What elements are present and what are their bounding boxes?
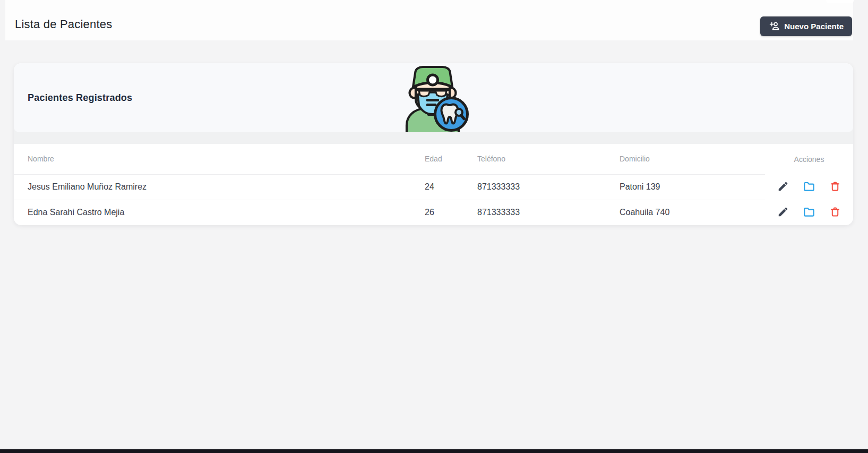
cell-telefono: 871333333 xyxy=(463,200,606,225)
cell-nombre: Edna Sarahi Castro Mejia xyxy=(14,200,411,225)
cell-edad: 26 xyxy=(411,200,463,225)
table-row: Edna Sarahi Castro Mejia 26 871333333 Co… xyxy=(14,200,853,225)
trash-delete-icon xyxy=(829,206,841,219)
window-bottom-edge xyxy=(0,449,868,453)
table-row: Jesus Emiliano Muñoz Ramirez 24 87133333… xyxy=(14,174,853,200)
delete-patient-button[interactable] xyxy=(829,181,841,194)
column-header-telefono: Teléfono xyxy=(463,144,606,174)
topbar: Lista de Pacientes Nuevo Paciente xyxy=(5,0,853,40)
cell-domicilio: Coahuila 740 xyxy=(606,200,765,225)
pencil-edit-icon xyxy=(777,206,789,219)
edit-patient-button[interactable] xyxy=(777,206,789,219)
delete-patient-button[interactable] xyxy=(829,206,841,219)
new-patient-button[interactable]: Nuevo Paciente xyxy=(760,16,852,36)
open-record-button[interactable] xyxy=(803,206,815,220)
column-header-edad: Edad xyxy=(411,144,463,174)
card-title: Pacientes Registrados xyxy=(28,92,132,104)
folder-open-icon xyxy=(803,180,815,194)
table-header-row: Nombre Edad Teléfono Domicilio Acciones xyxy=(14,144,853,174)
column-header-acciones: Acciones xyxy=(765,144,853,174)
patients-table: Nombre Edad Teléfono Domicilio Acciones … xyxy=(14,144,853,225)
scrollbar-thumb[interactable] xyxy=(826,0,854,3)
pencil-edit-icon xyxy=(777,181,789,194)
edit-patient-button[interactable] xyxy=(777,181,789,194)
folder-open-icon xyxy=(803,206,815,220)
cell-acciones xyxy=(765,174,853,200)
column-header-nombre: Nombre xyxy=(14,144,411,174)
column-header-domicilio: Domicilio xyxy=(606,144,765,174)
dentist-illustration xyxy=(397,63,470,132)
card-header: Pacientes Registrados xyxy=(14,63,853,132)
cell-telefono: 871333333 xyxy=(463,174,606,200)
patients-card: Pacientes Registrados xyxy=(14,63,853,225)
cell-nombre: Jesus Emiliano Muñoz Ramirez xyxy=(14,174,411,200)
page-title: Lista de Pacientes xyxy=(15,18,112,31)
trash-delete-icon xyxy=(829,181,841,194)
cell-edad: 24 xyxy=(411,174,463,200)
cell-domicilio: Patoni 139 xyxy=(606,174,765,200)
person-add-icon xyxy=(769,21,780,32)
open-record-button[interactable] xyxy=(803,180,815,194)
new-patient-button-label: Nuevo Paciente xyxy=(784,22,844,31)
cell-acciones xyxy=(765,200,853,225)
